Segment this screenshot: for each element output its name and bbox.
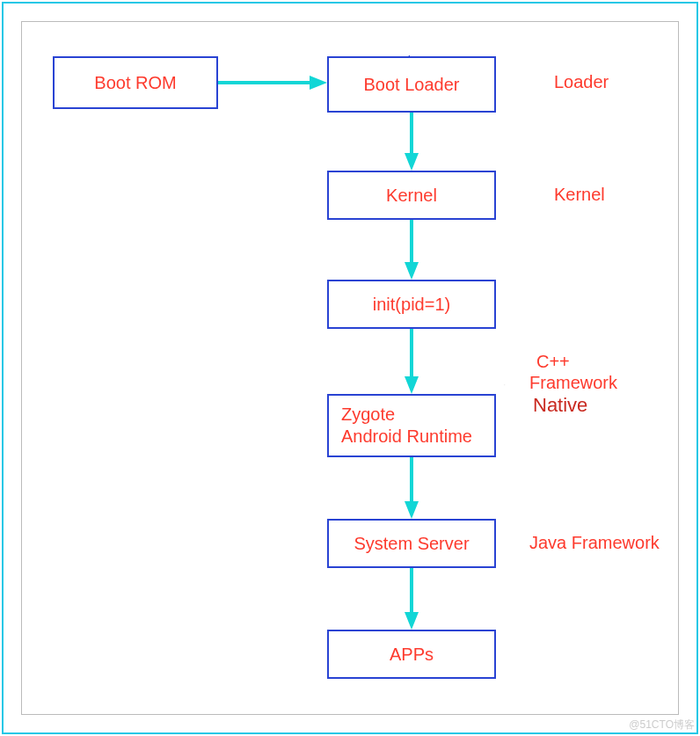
side-label-kernel: Kernel <box>554 185 605 205</box>
side-label-cpp: C++ <box>536 352 570 372</box>
label-system-server: System Server <box>354 534 469 554</box>
node-system-server: System Server <box>327 519 496 568</box>
side-label-framework: Framework <box>529 373 617 393</box>
label-boot-loader: Boot Loader <box>364 75 460 95</box>
svg-marker-5 <box>405 262 419 280</box>
label-boot-rom: Boot ROM <box>94 73 176 93</box>
svg-marker-3 <box>405 153 419 171</box>
side-label-loader: Loader <box>554 72 609 92</box>
watermark: @51CTO博客 <box>629 718 695 732</box>
svg-marker-9 <box>405 501 419 519</box>
node-boot-rom: Boot ROM <box>53 56 218 109</box>
side-label-java-framework: Java Framework <box>529 533 660 553</box>
svg-marker-7 <box>405 376 419 394</box>
arrow-bootrom-bootloader <box>218 72 327 93</box>
arrow-bootloader-kernel <box>401 113 422 171</box>
node-zygote: Zygote Android Runtime <box>327 394 496 457</box>
node-apps: APPs <box>327 630 496 679</box>
watermark-faint: · <box>503 378 506 390</box>
svg-marker-11 <box>405 612 419 630</box>
label-apps: APPs <box>390 645 434 665</box>
node-kernel: Kernel <box>327 171 496 220</box>
side-label-native: Native <box>533 394 587 417</box>
arrow-init-zygote <box>401 329 422 394</box>
label-init: init(pid=1) <box>373 295 450 315</box>
arrow-systemserver-apps <box>401 568 422 630</box>
inner-frame <box>21 21 679 715</box>
svg-marker-1 <box>310 76 327 90</box>
label-kernel-node: Kernel <box>386 186 437 206</box>
node-boot-loader: Boot Loader <box>327 56 496 113</box>
arrow-zygote-systemserver <box>401 457 422 519</box>
label-zygote: Zygote Android Runtime <box>341 404 482 448</box>
node-init: init(pid=1) <box>327 280 496 329</box>
arrow-kernel-init <box>401 220 422 280</box>
